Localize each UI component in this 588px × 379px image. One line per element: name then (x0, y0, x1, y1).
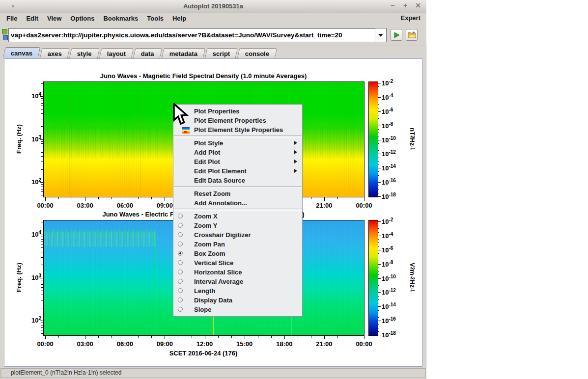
tab-data[interactable]: data (133, 48, 162, 58)
context-menu-item-zoom-x[interactable]: Zoom X (173, 212, 302, 221)
go-button[interactable] (391, 29, 402, 41)
submenu-arrow-icon (294, 150, 297, 154)
submenu-arrow-icon (294, 160, 297, 163)
uri-dropdown-button[interactable] (375, 28, 386, 42)
context-menu-item-reset-zoom[interactable]: Reset Zoom (173, 189, 302, 198)
menubar-item-edit[interactable]: Edit (22, 13, 43, 24)
menubar-item-tools[interactable]: Tools (142, 13, 168, 24)
context-menu-item-slope[interactable]: Slope (173, 305, 302, 314)
context-menu-item-zoom-y[interactable]: Zoom Y (173, 221, 302, 230)
open-file-button[interactable] (406, 29, 418, 41)
context-menu-item-add-annotation[interactable]: Add Annotation... (173, 198, 302, 208)
context-menu-item-crosshair-digitizer[interactable]: Crosshair Digitizer (173, 230, 302, 240)
status-text: plotElement_0 (nT!a2!n Hz!a-1!n) selecte… (11, 369, 121, 376)
colorbar-electric[interactable] (368, 220, 378, 336)
radio-icon (178, 214, 183, 218)
radio-icon (178, 307, 183, 312)
context-menu-item-plot-properties[interactable]: Plot Properties (173, 107, 302, 116)
folder-icon (408, 31, 416, 38)
menu-bar: FileEditViewOptionsBookmarksToolsHelp Ex… (0, 13, 426, 24)
context-menu-item-edit-data-source[interactable]: Edit Data Source (173, 176, 302, 185)
chevron-down-icon (378, 34, 383, 37)
menu-separator (174, 135, 302, 137)
radio-icon (178, 288, 183, 293)
radio-icon (178, 298, 183, 302)
context-menu-item-display-data[interactable]: Display Data (173, 296, 302, 305)
context-menu-item-vertical-slice[interactable]: Vertical Slice (173, 258, 302, 268)
radio-icon (178, 242, 183, 246)
radio-icon (178, 232, 183, 237)
uri-toolbar (0, 24, 426, 46)
tab-console[interactable]: console (237, 48, 278, 58)
context-menu-item-horizontal-slice[interactable]: Horizontal Slice (173, 268, 302, 277)
minimize-button[interactable]: − (389, 1, 396, 9)
autoplot-window: ▾ Autoplot 20190531a − + ✕ FileEditViewO… (0, 0, 426, 379)
title-bar: ▾ Autoplot 20190531a − + ✕ (0, 0, 426, 13)
maximize-button[interactable]: + (402, 1, 409, 9)
context-menu-item-box-zoom[interactable]: Box Zoom (173, 249, 302, 258)
context-menu-item-plot-style[interactable]: Plot Style (173, 138, 302, 148)
radio-icon (178, 270, 183, 274)
context-menu: Plot PropertiesPlot Element PropertiesPl… (173, 104, 303, 317)
tab-layout[interactable]: layout (99, 48, 134, 58)
context-menu-item-plot-element-properties[interactable]: Plot Element Properties (173, 116, 302, 125)
tab-style[interactable]: style (69, 48, 100, 58)
tab-bar: canvasaxesstylelayoutdatametadatascriptc… (4, 47, 278, 58)
tab-metadata[interactable]: metadata (161, 48, 205, 58)
uri-input[interactable] (10, 29, 375, 41)
context-menu-item-interval-average[interactable]: Interval Average (173, 277, 302, 286)
context-menu-item-plot-element-style-properties[interactable]: Plot Element Style Properties (173, 125, 302, 135)
submenu-arrow-icon (294, 141, 297, 145)
context-menu-item-length[interactable]: Length (173, 286, 302, 296)
uri-combobox (8, 28, 387, 42)
play-icon (393, 32, 400, 38)
close-button[interactable]: ✕ (415, 1, 421, 9)
spectrogram-style-icon (182, 127, 190, 136)
window-title: Autoplot 20190531a (0, 2, 426, 10)
context-menu-item-edit-plot[interactable]: Edit Plot (173, 157, 302, 166)
menubar-item-help[interactable]: Help (168, 13, 191, 24)
tab-script[interactable]: script (205, 48, 238, 58)
context-menu-item-edit-plot-element[interactable]: Edit Plot Element (173, 166, 302, 176)
menu-separator (174, 186, 302, 188)
radio-icon (178, 279, 183, 284)
radio-icon (178, 260, 183, 265)
expert-mode-label[interactable]: Expert (401, 14, 420, 22)
menubar-item-view[interactable]: View (43, 13, 66, 24)
menubar-item-options[interactable]: Options (66, 13, 99, 24)
menubar-item-bookmarks[interactable]: Bookmarks (99, 13, 142, 24)
context-menu-item-zoom-pan[interactable]: Zoom Pan (173, 240, 302, 249)
radio-icon (178, 251, 183, 256)
radio-icon (178, 223, 183, 228)
context-menu-item-add-plot[interactable]: Add Plot (173, 148, 302, 157)
colorbar-magnetic[interactable] (368, 81, 378, 197)
tab-axes[interactable]: axes (40, 48, 70, 58)
submenu-arrow-icon (294, 169, 297, 173)
tab-canvas[interactable]: canvas (3, 47, 41, 58)
menubar-item-file[interactable]: File (2, 13, 22, 24)
status-bar: plotElement_0 (nT!a2!n Hz!a-1!n) selecte… (0, 367, 426, 379)
menu-separator (174, 209, 302, 211)
